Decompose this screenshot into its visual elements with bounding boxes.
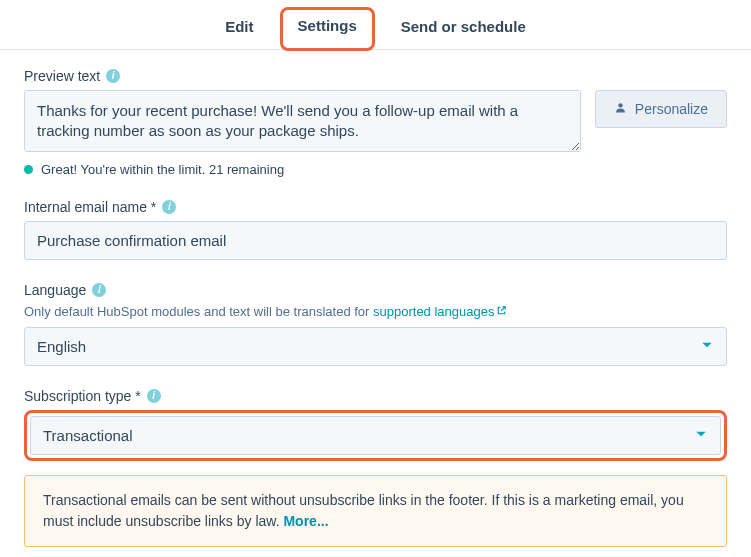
personalize-label: Personalize — [635, 101, 708, 117]
preview-status-text: Great! You're within the limit. 21 remai… — [41, 162, 284, 177]
personalize-button[interactable]: Personalize — [595, 90, 727, 128]
preview-text-label: Preview text — [24, 68, 100, 84]
tab-send[interactable]: Send or schedule — [383, 8, 544, 49]
language-help: Only default HubSpot modules and text wi… — [24, 304, 727, 319]
language-help-text: Only default HubSpot modules and text wi… — [24, 304, 373, 319]
status-dot-icon — [24, 165, 33, 174]
tabs-nav: Edit Settings Send or schedule — [0, 0, 751, 50]
subscription-notice-text: Transactional emails can be sent without… — [43, 492, 684, 529]
preview-text-field: Preview text i Thanks for your recent pu… — [24, 68, 727, 177]
subscription-type-label: Subscription type * — [24, 388, 141, 404]
subscription-type-field: Subscription type * i Transactional Tran… — [24, 388, 727, 547]
language-label: Language — [24, 282, 86, 298]
chevron-down-icon — [694, 427, 708, 444]
supported-languages-link[interactable]: supported languages — [373, 304, 507, 319]
chevron-down-icon — [700, 338, 714, 355]
external-link-icon — [496, 304, 507, 319]
preview-text-input[interactable]: Thanks for your recent purchase! We'll s… — [24, 90, 581, 152]
internal-name-label: Internal email name * — [24, 199, 156, 215]
person-icon — [614, 101, 627, 117]
subscription-highlight: Transactional — [24, 410, 727, 461]
tab-edit[interactable]: Edit — [207, 8, 271, 49]
language-field: Language i Only default HubSpot modules … — [24, 282, 727, 366]
info-icon[interactable]: i — [162, 200, 176, 214]
subscription-type-select[interactable]: Transactional — [30, 416, 721, 455]
subscription-notice: Transactional emails can be sent without… — [24, 475, 727, 547]
subscription-type-value: Transactional — [43, 427, 133, 444]
tab-settings[interactable]: Settings — [280, 7, 375, 51]
language-value: English — [37, 338, 86, 355]
info-icon[interactable]: i — [147, 389, 161, 403]
preview-status: Great! You're within the limit. 21 remai… — [24, 162, 727, 177]
info-icon[interactable]: i — [92, 283, 106, 297]
subscription-more-link[interactable]: More... — [283, 513, 328, 529]
internal-name-field: Internal email name * i — [24, 199, 727, 260]
language-select[interactable]: English — [24, 327, 727, 366]
internal-name-input[interactable] — [24, 221, 727, 260]
info-icon[interactable]: i — [106, 69, 120, 83]
svg-point-0 — [618, 103, 622, 107]
settings-form: Preview text i Thanks for your recent pu… — [0, 50, 751, 557]
